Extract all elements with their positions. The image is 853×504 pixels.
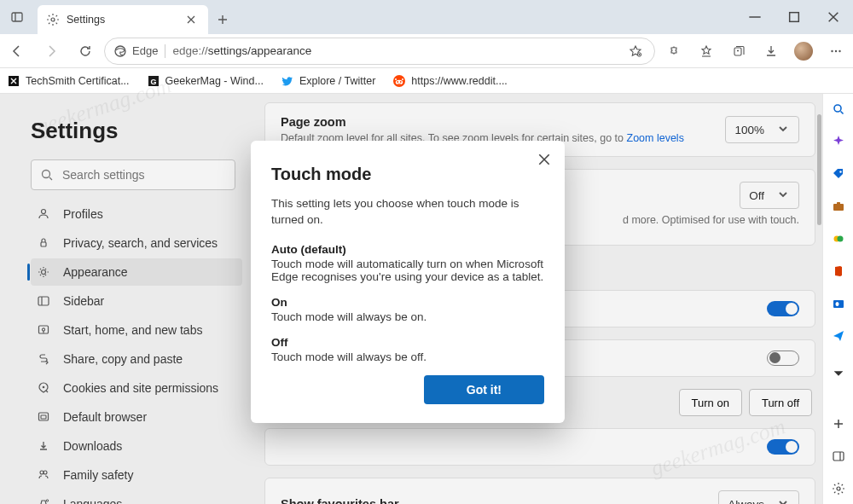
dialog-close-button[interactable]	[534, 149, 554, 170]
browser-toolbar: Edge edge://settings/appearance	[0, 34, 853, 68]
site-identity[interactable]: Edge	[113, 44, 158, 58]
reddit-icon	[392, 74, 406, 88]
panel-icon	[832, 449, 845, 463]
svg-point-11	[838, 49, 840, 51]
sidebar-item-downloads[interactable]: Downloads	[31, 432, 242, 460]
edge-icon	[113, 44, 127, 58]
sidebar-item-share-copy-and-paste[interactable]: Share, copy and paste	[31, 345, 242, 373]
sidebar-send-button[interactable]	[830, 327, 847, 345]
scrollbar-thumb[interactable]	[817, 114, 821, 225]
nav-label: Default browser	[63, 410, 147, 424]
favourites-bar-select[interactable]: Always	[718, 490, 799, 504]
svg-point-20	[395, 78, 397, 80]
downloads-button[interactable]	[756, 38, 786, 65]
sidebar-item-profiles[interactable]: Profiles	[31, 200, 242, 228]
search-input[interactable]	[62, 168, 226, 182]
svg-rect-41	[837, 202, 840, 205]
paper-plane-icon	[832, 329, 845, 343]
sidebar-office-button[interactable]	[830, 263, 847, 280]
nav-label: Appearance	[63, 265, 128, 279]
touch-mode-select[interactable]: Off	[740, 182, 799, 209]
svg-point-19	[402, 78, 403, 80]
sidebar-item-default-browser[interactable]: Default browser	[31, 403, 242, 431]
nav-label: Share, copy and paste	[63, 352, 183, 366]
favorites-button[interactable]	[691, 38, 722, 65]
sidebar-item-appearance[interactable]: Appearance	[31, 258, 242, 286]
bookmark-item[interactable]: https://www.reddit....	[392, 74, 508, 88]
close-window-button[interactable]	[814, 0, 853, 34]
svg-rect-30	[39, 413, 49, 420]
turn-on-button[interactable]: Turn on	[679, 389, 742, 416]
chevron-down-icon	[832, 367, 845, 380]
toggle-switch[interactable]	[767, 350, 799, 366]
office-icon	[832, 264, 845, 278]
collections-icon	[732, 44, 746, 58]
bookmark-item[interactable]: GGeekerMag - Wind...	[147, 74, 264, 88]
address-bar[interactable]: Edge edge://settings/appearance	[104, 38, 655, 65]
bookmark-item[interactable]: Explore / Twitter	[281, 74, 375, 88]
card-title: Show favourites bar	[281, 497, 399, 504]
sidebar-item-sidebar[interactable]: Sidebar	[31, 287, 242, 315]
nav-icon	[36, 438, 51, 454]
nav-label: Profiles	[63, 207, 103, 221]
sidebar-games-button[interactable]	[830, 230, 847, 247]
avatar	[794, 42, 813, 61]
forward-button[interactable]	[36, 38, 67, 65]
sidebar-tools-button[interactable]	[830, 198, 847, 215]
refresh-button[interactable]	[70, 38, 101, 65]
collections-button[interactable]	[723, 38, 754, 65]
back-button[interactable]	[2, 38, 32, 65]
sidebar-search-button[interactable]	[830, 101, 847, 118]
bookmark-item[interactable]: TechSmith Certificat...	[7, 74, 130, 88]
turn-off-button[interactable]: Turn off	[749, 389, 812, 416]
sidebar-outlook-button[interactable]	[830, 295, 847, 312]
sidebar-item-privacy-search-and-services[interactable]: Privacy, search, and services	[31, 229, 242, 257]
extensions-button[interactable]	[659, 38, 689, 65]
toggle-switch[interactable]	[767, 301, 799, 316]
dialog-confirm-button[interactable]: Got it!	[424, 375, 544, 404]
gear-icon	[46, 13, 60, 26]
chevron-down-icon	[776, 188, 790, 204]
svg-point-32	[40, 471, 44, 474]
nav-icon	[36, 235, 51, 251]
settings-search[interactable]	[31, 159, 235, 190]
sidebar-item-languages[interactable]: Languages	[31, 490, 242, 504]
profile-button[interactable]	[788, 38, 819, 65]
sidebar-shopping-button[interactable]	[830, 165, 847, 182]
tab-actions-button[interactable]	[0, 0, 34, 34]
more-horizontal-icon	[829, 44, 843, 58]
sidebar-item-start-home-and-new-tabs[interactable]: Start, home, and new tabs	[31, 316, 242, 344]
nav-label: Languages	[63, 497, 122, 504]
zoom-levels-link[interactable]: Zoom levels	[627, 132, 684, 144]
minimize-button[interactable]	[735, 0, 775, 34]
maximize-button[interactable]	[775, 0, 814, 34]
tab-close-button[interactable]	[183, 11, 200, 28]
sidebar-add-button[interactable]	[830, 415, 847, 432]
twitter-icon	[281, 74, 294, 88]
card-favourites-bar: Show favourites bar Always	[264, 478, 815, 504]
favorite-button[interactable]	[625, 44, 646, 58]
nav-icon	[36, 322, 51, 338]
sidebar-discover-button[interactable]	[830, 133, 847, 150]
settings-sidebar: Settings ProfilesPrivacy, search, and se…	[0, 94, 256, 504]
refresh-icon	[78, 44, 92, 58]
nav-label: Sidebar	[63, 294, 104, 308]
chevron-down-icon	[776, 496, 790, 505]
sidebar-more-button[interactable]	[830, 365, 847, 382]
more-menu-button[interactable]	[821, 38, 851, 65]
browser-tab[interactable]: Settings	[38, 5, 208, 34]
svg-rect-25	[38, 297, 49, 305]
sidebar-item-cookies-and-site-permissions[interactable]: Cookies and site permissions	[31, 374, 242, 402]
dialog-intro: This setting lets you choose when touch …	[271, 196, 544, 229]
new-tab-button[interactable]	[208, 5, 237, 34]
search-icon	[832, 102, 845, 116]
toggle-switch[interactable]	[767, 439, 799, 455]
window-titlebar: Settings	[0, 0, 853, 34]
plus-icon	[216, 13, 229, 26]
sidebar-settings-button[interactable]	[830, 480, 847, 497]
sidebar-item-family-safety[interactable]: Family safety	[31, 461, 242, 489]
nav-icon	[36, 496, 51, 504]
sidebar-collapse-button[interactable]	[830, 448, 847, 465]
page-zoom-select[interactable]: 100%	[725, 116, 799, 143]
dialog-option: OffTouch mode will always be off.	[271, 335, 544, 363]
